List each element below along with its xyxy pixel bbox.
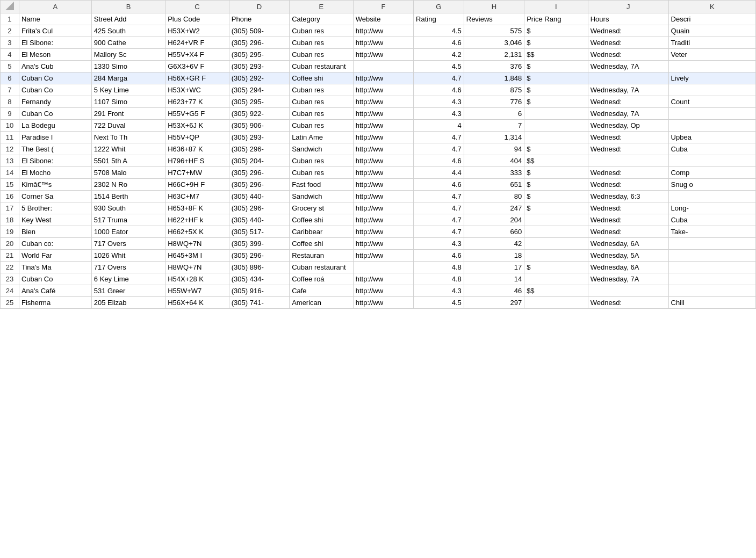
cell-r14-c3[interactable]: (305) 296- <box>229 167 289 179</box>
cell-r25-c8[interactable] <box>524 297 588 309</box>
cell-r24-c6[interactable]: 4.3 <box>414 285 464 297</box>
cell-r6-c3[interactable]: (305) 292- <box>229 73 289 84</box>
col-header-A[interactable]: A <box>19 1 91 13</box>
cell-r11-c2[interactable]: H55V+QP <box>165 132 229 143</box>
col-header-D[interactable]: D <box>229 1 289 13</box>
cell-r11-c8[interactable] <box>524 132 588 143</box>
cell-r15-c7[interactable]: 651 <box>464 179 524 191</box>
cell-r21-c10[interactable] <box>668 250 755 262</box>
cell-r4-c0[interactable]: El Meson <box>19 49 91 61</box>
cell-r14-c8[interactable]: $ <box>524 167 588 179</box>
cell-r9-c6[interactable]: 4.3 <box>414 108 464 120</box>
cell-r18-c1[interactable]: 517 Truma <box>91 214 165 226</box>
cell-r12-c4[interactable]: Sandwich <box>290 143 354 155</box>
cell-r16-c8[interactable]: $ <box>524 191 588 202</box>
cell-r7-c10[interactable] <box>668 84 755 96</box>
cell-r24-c0[interactable]: Ana's Café <box>19 285 91 297</box>
cell-r19-c2[interactable]: H662+5X K <box>165 226 229 238</box>
cell-r13-c6[interactable]: 4.6 <box>414 155 464 167</box>
cell-r16-c7[interactable]: 80 <box>464 191 524 202</box>
cell-r2-c3[interactable]: (305) 509- <box>229 25 289 37</box>
cell-r7-c2[interactable]: H53X+WC <box>165 84 229 96</box>
cell-r10-c6[interactable]: 4 <box>414 120 464 132</box>
cell-r16-c1[interactable]: 1514 Berth <box>91 191 165 202</box>
cell-r19-c9[interactable]: Wednesd: <box>588 226 668 238</box>
cell-r25-c0[interactable]: Fisherma <box>19 297 91 309</box>
cell-r19-c0[interactable]: Bien <box>19 226 91 238</box>
cell-r2-c4[interactable]: Cuban res <box>290 25 354 37</box>
cell-r23-c3[interactable]: (305) 434- <box>229 273 289 285</box>
cell-r9-c9[interactable]: Wednesday, 7A <box>588 108 668 120</box>
cell-r13-c4[interactable]: Cuban res <box>290 155 354 167</box>
header-cell-9[interactable]: Hours <box>588 13 668 25</box>
cell-r13-c3[interactable]: (305) 204- <box>229 155 289 167</box>
col-header-J[interactable]: J <box>588 1 668 13</box>
cell-r7-c1[interactable]: 5 Key Lime <box>91 84 165 96</box>
cell-r5-c10[interactable] <box>668 61 755 73</box>
cell-r6-c9[interactable] <box>588 73 668 84</box>
cell-r5-c2[interactable]: G6X3+6V F <box>165 61 229 73</box>
header-cell-5[interactable]: Website <box>353 13 413 25</box>
cell-r21-c9[interactable]: Wednesday, 5A <box>588 250 668 262</box>
header-cell-6[interactable]: Rating <box>414 13 464 25</box>
cell-r17-c9[interactable]: Wednesd: <box>588 202 668 214</box>
cell-r22-c4[interactable]: Cuban restaurant <box>290 262 354 273</box>
cell-r12-c1[interactable]: 1222 Whit <box>91 143 165 155</box>
cell-r9-c4[interactable]: Cuban res <box>290 108 354 120</box>
cell-r19-c4[interactable]: Caribbear <box>290 226 354 238</box>
cell-r20-c10[interactable] <box>668 238 755 250</box>
cell-r13-c9[interactable] <box>588 155 668 167</box>
cell-r20-c2[interactable]: H8WQ+7N <box>165 238 229 250</box>
cell-r23-c9[interactable]: Wednesday, 7A <box>588 273 668 285</box>
cell-r16-c2[interactable]: H63C+M7 <box>165 191 229 202</box>
cell-r13-c0[interactable]: El Sibone: <box>19 155 91 167</box>
cell-r16-c3[interactable]: (305) 440- <box>229 191 289 202</box>
cell-r15-c6[interactable]: 4.6 <box>414 179 464 191</box>
cell-r22-c6[interactable]: 4.8 <box>414 262 464 273</box>
cell-r7-c8[interactable]: $ <box>524 84 588 96</box>
cell-r15-c5[interactable]: http://ww <box>353 179 413 191</box>
cell-r23-c7[interactable]: 14 <box>464 273 524 285</box>
cell-r2-c5[interactable]: http://ww <box>353 25 413 37</box>
header-cell-8[interactable]: Price Rang <box>524 13 588 25</box>
cell-r8-c6[interactable]: 4.3 <box>414 96 464 108</box>
cell-r17-c10[interactable]: Long- <box>668 202 755 214</box>
cell-r4-c9[interactable]: Wednesd: <box>588 49 668 61</box>
cell-r8-c7[interactable]: 776 <box>464 96 524 108</box>
cell-r22-c8[interactable]: $ <box>524 262 588 273</box>
cell-r20-c3[interactable]: (305) 399- <box>229 238 289 250</box>
cell-r3-c4[interactable]: Cuban res <box>290 37 354 49</box>
cell-r14-c5[interactable]: http://ww <box>353 167 413 179</box>
cell-r7-c3[interactable]: (305) 294- <box>229 84 289 96</box>
cell-r10-c9[interactable]: Wednesday, Op <box>588 120 668 132</box>
cell-r15-c10[interactable]: Snug o <box>668 179 755 191</box>
cell-r18-c4[interactable]: Coffee shi <box>290 214 354 226</box>
cell-r8-c4[interactable]: Cuban res <box>290 96 354 108</box>
cell-r20-c1[interactable]: 717 Overs <box>91 238 165 250</box>
cell-r13-c10[interactable] <box>668 155 755 167</box>
cell-r5-c1[interactable]: 1330 Simo <box>91 61 165 73</box>
cell-r15-c4[interactable]: Fast food <box>290 179 354 191</box>
cell-r5-c0[interactable]: Ana's Cub <box>19 61 91 73</box>
cell-r12-c2[interactable]: H636+87 K <box>165 143 229 155</box>
cell-r25-c6[interactable]: 4.5 <box>414 297 464 309</box>
cell-r21-c1[interactable]: 1026 Whit <box>91 250 165 262</box>
cell-r19-c7[interactable]: 660 <box>464 226 524 238</box>
cell-r16-c10[interactable] <box>668 191 755 202</box>
cell-r17-c4[interactable]: Grocery st <box>290 202 354 214</box>
cell-r20-c5[interactable]: http://ww <box>353 238 413 250</box>
cell-r8-c10[interactable]: Count <box>668 96 755 108</box>
col-header-B[interactable]: B <box>91 1 165 13</box>
cell-r12-c6[interactable]: 4.7 <box>414 143 464 155</box>
cell-r23-c5[interactable]: http://ww <box>353 273 413 285</box>
cell-r2-c8[interactable]: $ <box>524 25 588 37</box>
cell-r14-c4[interactable]: Cuban res <box>290 167 354 179</box>
cell-r7-c9[interactable]: Wednesday, 7A <box>588 84 668 96</box>
cell-r17-c0[interactable]: 5 Brother: <box>19 202 91 214</box>
cell-r9-c2[interactable]: H55V+G5 F <box>165 108 229 120</box>
cell-r18-c9[interactable]: Wednesd: <box>588 214 668 226</box>
cell-r5-c6[interactable]: 4.5 <box>414 61 464 73</box>
cell-r13-c7[interactable]: 404 <box>464 155 524 167</box>
cell-r12-c5[interactable]: http://ww <box>353 143 413 155</box>
cell-r6-c10[interactable]: Lively <box>668 73 755 84</box>
